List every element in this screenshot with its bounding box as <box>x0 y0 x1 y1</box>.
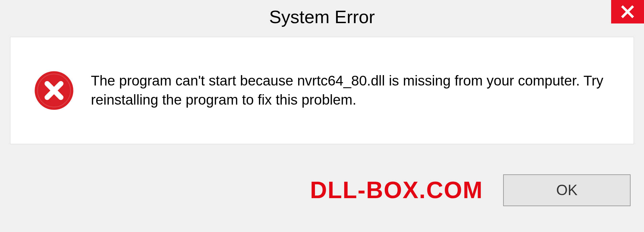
watermark-text: DLL-BOX.COM <box>310 177 483 204</box>
close-icon <box>621 5 635 19</box>
error-icon <box>34 70 74 111</box>
content-panel: The program can't start because nvrtc64_… <box>10 37 634 144</box>
error-message: The program can't start because nvrtc64_… <box>91 71 613 109</box>
titlebar: System Error <box>0 0 644 34</box>
dialog-footer: DLL-BOX.COM OK <box>0 155 644 232</box>
ok-button[interactable]: OK <box>503 174 631 206</box>
dialog-title: System Error <box>269 6 375 27</box>
close-button[interactable] <box>611 0 644 23</box>
